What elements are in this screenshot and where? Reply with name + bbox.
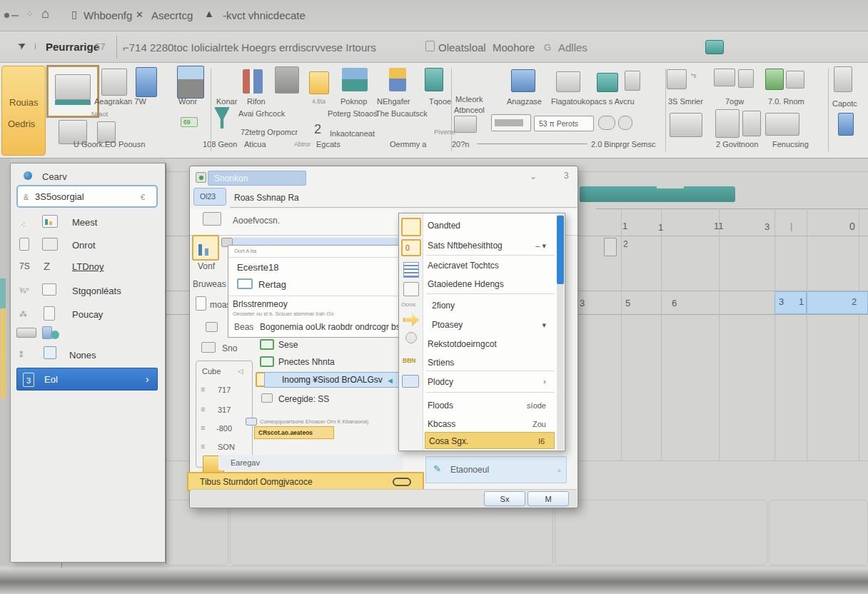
sidebar-item-eol-selected[interactable]: 3 Eol › [16,368,158,391]
field-box[interactable]: Earegav [218,455,403,470]
menu-item[interactable]: Aecicravet Tochtcs [428,261,499,271]
tabrow-item-1[interactable]: Oleatsloal [438,42,486,54]
tabrow-item-2[interactable]: Moohore [493,42,535,54]
menu-item-right[interactable]: Zou [533,420,546,428]
clipboard-icon[interactable] [786,71,804,89]
bars-icon[interactable] [243,69,263,94]
search-value[interactable]: 3S5osorgial [35,192,84,202]
ribbon-label[interactable]: Konar [216,97,237,106]
ribbon-label[interactable]: Inkaotcaneat [330,129,375,138]
ribbon-label[interactable]: Mcleork [455,95,483,104]
group-item[interactable]: SON [218,443,235,451]
slider-widget[interactable] [491,114,531,131]
group-item[interactable]: -800 [216,424,232,433]
ribbon-label[interactable]: Capotc [832,99,857,108]
panel-widget-icon[interactable] [715,109,740,138]
ribbon-label[interactable]: Flagatoukopacs s Avcru [551,97,635,106]
ribbon-label[interactable]: Nraot [91,111,108,118]
caret-down-icon[interactable]: ⌄ [530,172,537,181]
close-icon[interactable]: 3 [564,171,569,181]
grid-cell[interactable]: 3 [779,297,784,307]
menu-item[interactable]: Kbcass [428,419,455,429]
grid-cell[interactable]: 2 [852,297,857,307]
menu-item[interactable]: Plodcy [428,377,453,387]
ribbon-label[interactable]: Anagzase [507,97,542,106]
stamp-grid-icon[interactable] [667,69,687,89]
app-dot-icon[interactable] [4,13,9,18]
panel-item-2[interactable]: Rertag [258,280,286,290]
teal-button[interactable] [705,40,724,54]
signature-box[interactable]: ✎ Etaonoeul ▴ [425,456,567,483]
ribbon-label[interactable]: Rifon [247,97,266,106]
grid-cell[interactable]: 5 [625,298,630,308]
sidebar-item-ltdnoy[interactable]: LTDnoy [72,262,104,272]
teal-box-icon[interactable] [597,73,618,92]
ribbon-label[interactable]: Oermmy a [390,140,426,148]
dialog-side-bruweas[interactable]: Bruweas [193,280,226,289]
dialog-side-vonf[interactable]: Vonf [198,262,215,271]
menu-item-right[interactable]: – ▾ [535,241,546,251]
round-button-2[interactable] [618,116,632,130]
cart-icon[interactable] [838,113,854,136]
panel-item-4b[interactable]: Bogonemia ooUk raobdr ondrcogr bsosf [260,323,412,332]
list-item-selected[interactable]: Inoomg ¥Sisod BrOALGsv ◄ [264,372,401,388]
gutter-list-icon[interactable] [403,262,419,278]
highlight-bar[interactable]: Tibus Sturndorl Oomgjvacoce [187,472,424,491]
dialog-tab-badge[interactable]: Ol23 [193,188,226,206]
ribbon-label[interactable]: 7.0. Rnom [768,97,804,106]
green-book-icon[interactable] [765,69,784,90]
gantt-bar[interactable] [580,186,735,202]
tab-peurrarige[interactable]: Peurrarige [46,41,99,54]
titlebar-menu-2[interactable]: Asecrtcg [151,10,193,22]
checkbox-grid-icon[interactable] [454,116,477,133]
gutter-monitor-icon[interactable] [402,375,419,388]
list-item[interactable]: Sese [278,341,298,350]
sidebar-item-poucay[interactable]: Poucay [72,310,103,320]
file-button[interactable]: Rouias Oedris [1,66,46,156]
ribbon-label[interactable]: 4.6ta [312,99,326,105]
round-button-1[interactable] [598,116,615,130]
menu-item[interactable]: Gtaoiedene Hdengs [428,279,504,289]
pyramid-icon[interactable] [342,68,368,91]
task-cell-value[interactable]: 2 [623,240,628,249]
menu-item-highlighted[interactable]: Cosa Sgx. I6 [425,432,555,449]
ribbon-label[interactable]: Tqooe [429,97,451,106]
home-icon[interactable]: ⌂ [41,7,49,21]
titlebar-menu-1[interactable]: Whboenfg [84,10,132,22]
dots-icon[interactable]: ⁘ [26,9,34,19]
ribbon-label[interactable]: U Goork.EO Poousn [74,140,145,148]
titlebar-menu-3[interactable]: -kvct vhnicdecate [223,10,306,22]
ribbon-label[interactable]: 2.0 Binprgr Semsc [591,140,655,148]
grid-cell[interactable]: 3 [580,298,585,308]
dialog-title-field[interactable]: Snonkon [208,171,306,186]
book-icon[interactable] [425,68,443,91]
menu-item[interactable]: Sats Nftbehesithtog [428,241,503,251]
tri-left-icon[interactable]: ◁ [238,368,243,375]
grid-cell[interactable]: 6 [672,298,677,308]
ribbon-label[interactable]: 108 Geon [203,140,237,148]
highlight-chip[interactable]: CRscot.ao.aeateos [254,426,334,439]
cabinet-icon[interactable] [275,66,299,94]
menu-item[interactable]: Srtiens [428,358,454,368]
menu-item[interactable]: Ptoasey [432,320,463,330]
sidebar-item-onrot[interactable]: Onrot [72,241,96,251]
chart-button-highlight[interactable] [192,235,219,261]
ribbon-label[interactable]: Piverre [434,129,455,136]
gutter-icon-highlight[interactable]: 0 [401,239,421,256]
ribbon-label[interactable]: The Bucautsck [375,109,428,118]
group-item[interactable]: 717 [218,386,231,394]
menu-item[interactable]: Oandted [428,221,460,231]
menu-item-right[interactable]: ▾ [542,321,546,330]
sidebar-item-nones[interactable]: Nones [69,351,96,361]
menu-item[interactable]: Floods [428,401,453,411]
column-widget-icon[interactable] [742,111,761,136]
tabrow-item-3[interactable]: Adlles [558,42,587,54]
layout-widget-icon[interactable] [670,113,702,137]
toggle-switch-icon[interactable] [393,478,411,486]
gutter-box-icon[interactable] [403,282,419,296]
panel-item-3[interactable]: Brlsstrenmeoy [233,300,288,309]
ribbon-label[interactable]: 7ogw [725,97,744,106]
ribbon-label[interactable]: Atbnceol [454,106,485,114]
panel-item-1[interactable]: Ecesrte18 [237,263,279,273]
ribbon-label[interactable]: 20?n [452,140,469,148]
